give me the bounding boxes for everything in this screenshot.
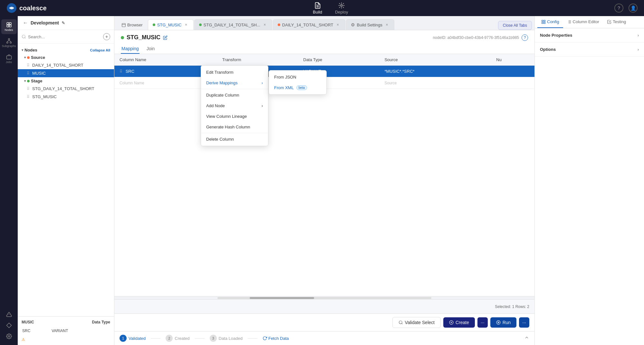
svg-rect-29 xyxy=(542,20,543,21)
context-menu-derive-mappings[interactable]: Derive Mappings › xyxy=(201,78,268,88)
tree-item-music[interactable]: ⠿ MUSIC xyxy=(18,69,114,77)
run-button[interactable]: Run xyxy=(490,317,517,328)
tree-item-daily[interactable]: ⠿ DAILY_14_TOTAL_SHORT xyxy=(18,61,114,69)
search-validate-icon xyxy=(399,320,403,325)
right-tab-column-editor[interactable]: Column Editor xyxy=(563,16,603,28)
workspace-title: Development xyxy=(31,20,59,25)
empty-source: Source xyxy=(384,81,397,85)
node-properties-header[interactable]: Node Properties › xyxy=(540,33,639,38)
tab-stg-daily[interactable]: STG_DAILY_14_TOTAL_SH... × xyxy=(194,19,272,30)
edit-workspace-icon[interactable]: ✎ xyxy=(62,21,65,25)
help-icon[interactable]: ? xyxy=(522,34,528,41)
create-more-button[interactable]: ··· xyxy=(477,317,488,328)
add-node-arrow: › xyxy=(262,103,263,108)
context-menu-edit-transform[interactable]: Edit Transform xyxy=(201,67,268,78)
testing-icon xyxy=(607,20,611,24)
bottom-panel-header: MUSIC Data Type xyxy=(22,320,110,324)
tab-build-settings[interactable]: ⚙ Build Settings × xyxy=(346,19,395,30)
submenu-from-xml[interactable]: From XML beta xyxy=(269,82,326,93)
nodes-group-header[interactable]: ▾ Nodes Collapse All xyxy=(18,46,114,54)
svg-line-23 xyxy=(401,323,402,324)
cell-nu xyxy=(491,66,534,77)
scrollbar-thumb[interactable] xyxy=(250,297,314,299)
context-menu-generate-hash[interactable]: Generate Hash Column xyxy=(201,122,268,132)
tab-mapping[interactable]: Mapping xyxy=(121,44,139,54)
tree-item-stg-music[interactable]: ⠿ STG_MUSIC xyxy=(18,93,114,101)
tab-join[interactable]: Join xyxy=(146,44,156,54)
fetch-data-button[interactable]: Fetch Data xyxy=(263,336,289,341)
progress-step-created: 2 Created xyxy=(166,335,189,342)
search-input[interactable] xyxy=(28,34,101,39)
settings-icon xyxy=(6,333,12,339)
tab-settings-label: Build Settings xyxy=(357,23,383,27)
context-menu-add-node[interactable]: Add Node › xyxy=(201,100,268,111)
sidebar-item-nodes[interactable]: Nodes xyxy=(1,19,17,34)
svg-marker-16 xyxy=(6,323,11,328)
search-row: + xyxy=(18,30,114,44)
svg-point-8 xyxy=(8,39,10,40)
collapse-steps-button[interactable] xyxy=(524,335,529,341)
add-node-button[interactable]: + xyxy=(103,33,110,40)
tab-daily[interactable]: DAILY_14_TOTAL_SHORT × xyxy=(273,19,345,30)
submenu-from-json[interactable]: From JSON xyxy=(269,72,326,82)
tab-close-stg-music[interactable]: × xyxy=(184,22,189,27)
content-header-top: STG_MUSIC nodeID: a04bdf30-cbe0-43b4-977… xyxy=(121,34,528,41)
source-dot xyxy=(27,56,30,59)
svg-rect-6 xyxy=(7,25,9,27)
options-chevron: › xyxy=(638,47,639,52)
edit-node-icon[interactable] xyxy=(163,35,168,40)
sidebar-item-jobs[interactable]: Jobs xyxy=(1,51,17,66)
collapse-all-button[interactable]: Collapse All xyxy=(90,48,110,52)
close-all-tabs-button[interactable]: Close All Tabs xyxy=(498,21,532,30)
options-header[interactable]: Options › xyxy=(540,47,639,52)
tab-close-stg-daily[interactable]: × xyxy=(262,22,267,27)
tab-close-settings[interactable]: × xyxy=(384,22,389,27)
help-nav-icon[interactable]: ? xyxy=(614,4,623,13)
context-menu-delete-column[interactable]: Delete Column xyxy=(201,134,268,145)
context-menu-separator2 xyxy=(201,133,268,133)
right-panel: Config Column Editor Testing Node Proper… xyxy=(534,16,644,345)
svg-rect-4 xyxy=(7,23,9,24)
col-header-transform: Transform xyxy=(217,54,298,66)
left-icon-bottom-group xyxy=(1,309,17,342)
context-menu-duplicate-column[interactable]: Duplicate Column xyxy=(201,90,268,100)
table-header-row: Column Name Transform Data Type Source N… xyxy=(114,54,534,66)
right-tab-config[interactable]: Config xyxy=(537,16,563,28)
svg-point-27 xyxy=(496,321,500,324)
context-menu: Edit Transform Derive Mappings › Duplica… xyxy=(201,65,268,146)
top-nav: coalesce Build Deploy ? 👤 xyxy=(0,0,644,16)
create-button[interactable]: Create xyxy=(443,317,475,328)
tab-browser[interactable]: Browser xyxy=(117,20,147,30)
step-connector-3 xyxy=(248,338,257,339)
scrollbar-track[interactable] xyxy=(217,297,431,299)
logo-icon xyxy=(6,3,17,13)
sidebar-item-subgraphs[interactable]: Subgraphs xyxy=(1,35,17,50)
sidebar-item-warning[interactable] xyxy=(1,309,17,320)
tab-stg-music[interactable]: STG_MUSIC × xyxy=(148,19,194,30)
progress-bar: 1 Validated 2 Created 3 Data Loaded Fetc… xyxy=(114,331,534,345)
warning-row: ⚠ xyxy=(22,337,110,342)
run-more-button[interactable]: ··· xyxy=(519,317,529,328)
user-avatar[interactable]: 👤 xyxy=(629,4,638,13)
bottom-panel: MUSIC Data Type SRC VARIANT ⚠ xyxy=(18,316,114,345)
drag-handle-icon: ⠿ xyxy=(27,87,30,91)
nav-build[interactable]: Build xyxy=(313,2,322,14)
tab-close-daily[interactable]: × xyxy=(335,22,341,27)
stage-group-header[interactable]: ▾ Stage xyxy=(18,77,114,85)
back-button[interactable]: ← xyxy=(23,20,28,26)
validate-select-button[interactable]: Validate Select xyxy=(392,317,441,328)
add-node-label: Add Node xyxy=(206,103,225,108)
nav-deploy[interactable]: Deploy xyxy=(335,2,348,14)
left-icon-bar: Nodes Subgraphs Jobs xyxy=(0,16,18,345)
right-panel-tabs: Config Column Editor Testing xyxy=(535,16,644,28)
sidebar-item-diamond[interactable] xyxy=(1,320,17,331)
right-tab-testing[interactable]: Testing xyxy=(603,16,630,28)
sidebar-item-settings[interactable] xyxy=(1,331,17,342)
cell-source-empty: Source xyxy=(379,77,491,89)
fetch-icon xyxy=(263,336,267,340)
context-menu-view-lineage[interactable]: View Column Lineage xyxy=(201,111,268,122)
tree-item-stg-daily[interactable]: ⠿ STG_DAILY_14_TOTAL_SHORT xyxy=(18,85,114,93)
drag-handle-icon: ⠿ xyxy=(27,71,30,76)
tab-dot-green xyxy=(153,23,155,26)
source-group-header[interactable]: ▾ Source xyxy=(18,54,114,61)
